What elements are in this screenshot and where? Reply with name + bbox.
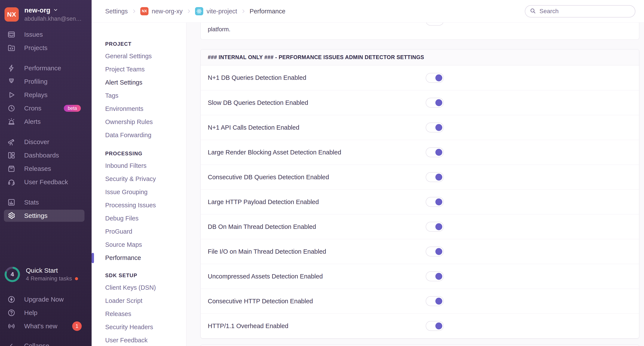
sidebar-item-dashboards[interactable]: Dashboards [0, 149, 92, 162]
detector-row: Large Render Blocking Asset Detection En… [201, 140, 639, 165]
toggle-knob [435, 74, 442, 81]
lightning-icon [7, 64, 16, 72]
nav-item-alert-settings[interactable]: Alert Settings [105, 76, 186, 89]
headset-icon [7, 178, 16, 186]
toggle-switch[interactable] [426, 321, 444, 331]
panel-header: ### INTERNAL ONLY ### - PERFORMANCE ISSU… [201, 49, 639, 65]
detector-row-label: DB On Main Thread Detection Enabled [208, 223, 316, 230]
sidebar-item-releases[interactable]: Releases [0, 162, 92, 175]
sidebar-item-projects[interactable]: Projects [0, 41, 92, 55]
sidebar-item-whats-new[interactable]: What's new 1 [0, 319, 92, 333]
detector-row-label: Uncompressed Assets Detection Enabled [208, 273, 323, 280]
nav-item-data-forwarding[interactable]: Data Forwarding [105, 129, 186, 142]
nav-item-ownership-rules[interactable]: Ownership Rules [105, 115, 186, 129]
toggle-knob [435, 198, 442, 205]
toggle-knob [435, 223, 442, 230]
sidebar-item-replays[interactable]: Replays [0, 88, 92, 102]
nav-item-environments[interactable]: Environments [105, 102, 186, 115]
org-switcher[interactable]: NX new-org abdullah.khan@sen… [0, 0, 92, 28]
sidebar-item-help[interactable]: Help [0, 306, 92, 319]
sidebar-item-label: Discover [24, 138, 49, 146]
toggle-switch[interactable] [426, 98, 444, 108]
settings-nav: PROJECT General Settings Project Teams A… [92, 23, 186, 346]
breadcrumb-settings[interactable]: Settings [105, 8, 128, 15]
quick-start-widget[interactable]: 4 Quick Start 4 Remaining tasks [4, 266, 78, 283]
toggle-switch[interactable] [426, 222, 444, 232]
sidebar-item-label: Upgrade Now [24, 296, 64, 303]
sidebar-item-label: Replays [24, 91, 48, 99]
detector-row: Uncompressed Assets Detection Enabled [201, 264, 639, 289]
sidebar-item-crons[interactable]: Crons beta [0, 102, 92, 115]
toggle-switch[interactable] [426, 271, 444, 281]
toggle-switch[interactable] [426, 172, 444, 182]
nav-item-user-feedback[interactable]: User Feedback [105, 334, 186, 346]
search-box[interactable] [525, 5, 636, 18]
sidebar-item-label: Dashboards [24, 152, 59, 159]
detector-row-label: Consecutive DB Queries Detection Enabled [208, 174, 329, 181]
sidebar-item-label: User Feedback [24, 178, 68, 186]
sidebar-item-label: Help [24, 309, 38, 316]
nav-item-tags[interactable]: Tags [105, 89, 186, 102]
nav-item-general-settings[interactable]: General Settings [105, 50, 186, 63]
toggle-switch[interactable] [426, 73, 444, 83]
search-input[interactable] [539, 8, 631, 15]
question-circle-icon [7, 309, 16, 317]
toggle-switch[interactable] [426, 247, 444, 256]
nav-item-project-teams[interactable]: Project Teams [105, 63, 186, 76]
sidebar-item-discover[interactable]: Discover [0, 135, 92, 149]
layout-grid-icon [7, 151, 16, 159]
toggle-knob [435, 248, 442, 255]
sidebar-collapse-button[interactable]: Collapse [0, 339, 92, 346]
chevron-right-icon [186, 9, 192, 14]
toggle-knob [435, 124, 442, 131]
topbar: Settings NX new-org-xy vite-project Perf… [92, 0, 644, 23]
detector-row: File I/O on Main Thread Detection Enable… [201, 239, 639, 264]
bar-chart-icon [7, 198, 16, 206]
nav-item-performance[interactable]: Performance [105, 251, 186, 264]
toggle-knob [435, 322, 442, 329]
detector-row-label: N+1 DB Queries Detection Enabled [208, 74, 306, 81]
nav-item-security-privacy[interactable]: Security & Privacy [105, 172, 186, 186]
gear-icon [7, 212, 16, 220]
telescope-icon [7, 138, 16, 146]
settings-content: platform. ### INTERNAL ONLY ### - PERFOR… [186, 23, 644, 346]
sidebar-item-upgrade-now[interactable]: Upgrade Now [0, 293, 92, 306]
sidebar-item-performance[interactable]: Performance [0, 62, 92, 75]
breadcrumb-organization[interactable]: NX new-org-xy [140, 7, 182, 15]
nav-item-client-keys[interactable]: Client Keys (DSN) [105, 281, 186, 294]
nav-item-security-headers[interactable]: Security Headers [105, 320, 186, 334]
lightning-circle-icon [7, 295, 16, 303]
nav-item-source-maps[interactable]: Source Maps [105, 238, 186, 251]
sidebar-item-stats[interactable]: Stats [0, 196, 92, 209]
toggle-knob [435, 99, 442, 106]
sidebar-item-label: Collapse [24, 342, 49, 346]
nav-item-inbound-filters[interactable]: Inbound Filters [105, 159, 186, 172]
detector-row-label: HTTP/1.1 Overhead Enabled [208, 322, 288, 329]
sidebar-item-settings[interactable]: Settings [4, 210, 84, 222]
sidebar-item-issues[interactable]: Issues [0, 28, 92, 41]
org-email: abdullah.khan@sen… [24, 16, 82, 22]
sidebar-item-user-feedback[interactable]: User Feedback [0, 175, 92, 189]
toggle-switch[interactable] [426, 197, 444, 207]
nav-item-issue-grouping[interactable]: Issue Grouping [105, 186, 186, 199]
breadcrumb: Settings NX new-org-xy vite-project Perf… [105, 7, 285, 15]
breadcrumb-project[interactable]: vite-project [195, 7, 237, 15]
detector-row: N+1 API Calls Detection Enabled [201, 115, 639, 140]
chevron-right-icon [240, 9, 246, 14]
nav-item-debug-files[interactable]: Debug Files [105, 212, 186, 225]
toggle-switch[interactable] [426, 296, 444, 306]
sidebar-item-alerts[interactable]: Alerts [0, 115, 92, 128]
detector-row: Slow DB Queries Detection Enabled [201, 90, 639, 115]
flash-icon [7, 78, 16, 86]
app-root: NX new-org abdullah.khan@sen… Issues [0, 0, 644, 346]
nav-item-loader-script[interactable]: Loader Script [105, 294, 186, 307]
detector-row-label: Consecutive HTTP Detection Enabled [208, 298, 313, 305]
nav-item-processing-issues[interactable]: Processing Issues [105, 199, 186, 212]
toggle-switch[interactable] [426, 147, 444, 157]
nav-item-proguard[interactable]: ProGuard [105, 225, 186, 238]
toggle-switch[interactable] [426, 23, 444, 26]
siren-icon [7, 118, 16, 126]
nav-item-releases[interactable]: Releases [105, 307, 186, 320]
sidebar-item-profiling[interactable]: Profiling [0, 75, 92, 88]
toggle-switch[interactable] [426, 123, 444, 132]
